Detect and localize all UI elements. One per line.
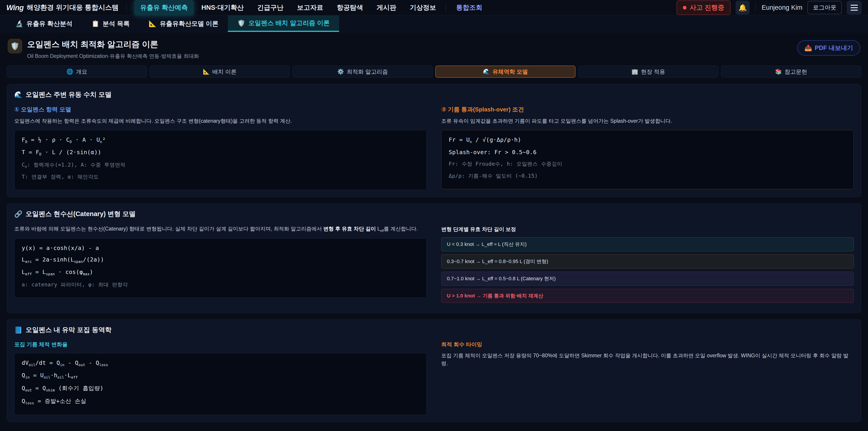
brand-logo: Wing — [6, 3, 24, 12]
correction-item-mild: 0.3~0.7 knot → L_eff = 0.8~0.95 L (경미 변형… — [441, 254, 854, 269]
formula-line: FD = ½ · ρ · CD · A · Un² — [22, 136, 419, 144]
tab-label: 유출유 확산분석 — [26, 20, 72, 28]
section-tab-field-application[interactable]: 🏢 현장 적용 — [578, 65, 718, 78]
section-tab-optimization-algorithm[interactable]: ⚙️ 최적화 알고리즘 — [292, 65, 433, 78]
section-tab-label: 배치 이론 — [213, 68, 237, 75]
topbar-right: 사고 진행중 🔔 Eunjeong Kim 로그아웃 — [677, 0, 862, 15]
tab-analysis-list[interactable]: 📋 분석 목록 — [82, 16, 139, 32]
formula-line: Qin = Uoil·hoil·Leff — [22, 372, 419, 379]
formula-line: Splash-over: Fr > 0.5~0.6 — [449, 149, 846, 155]
correction-item-severe: 0.7~1.0 knot → L_eff = 0.5~0.8 L (Catena… — [441, 272, 854, 286]
shield-icon: 🛡️ — [8, 39, 22, 53]
building-icon: 🏢 — [631, 68, 638, 75]
section-tab-label: 유체역학 모델 — [493, 68, 528, 75]
incident-badge-label: 사고 진행중 — [690, 3, 724, 12]
nav-item-aerial-search[interactable]: 항공탐색 — [331, 0, 369, 16]
splash-over-column: ② 기름 통과(Splash-over) 조건 조류 유속이 임계값을 초과하면… — [441, 101, 854, 190]
ruler-icon: 📐 — [149, 20, 156, 27]
drag-model-code-block: FD = ½ · ρ · CD · A · Un² T = FD · L / (… — [14, 130, 427, 190]
app-title: 해양환경 위기대응 통합시스템 — [27, 3, 119, 12]
section-tab-label: 개요 — [76, 68, 87, 75]
section-tab-hydrodynamics-model[interactable]: 🌊 유체역학 모델 — [435, 65, 576, 78]
divider — [755, 4, 756, 11]
wave-icon: 🌊 — [483, 68, 490, 75]
books-icon: 📚 — [775, 68, 782, 75]
gear-icon: ⚙️ — [337, 68, 344, 75]
catenary-desc: 조류와 바람에 의해 오일펜스는 현수선(Catenary) 형태로 변형됩니다… — [14, 225, 427, 233]
formula-comment: CD: 항력계수(≈1.2), A: 수중 투영면적 — [22, 161, 419, 168]
volume-rate-heading: 포집 기름 체적 변화율 — [14, 341, 427, 348]
formula-line: Qloss = 증발+소산 손실 — [22, 397, 419, 405]
pdf-export-label: PDF 내보내기 — [815, 44, 853, 52]
recovery-timing-column: 최적 회수 타이밍 포집 기름 체적이 오일펜스 저장 용량의 70~80%에 … — [441, 336, 854, 415]
user-name: Eunjeong Kim — [762, 4, 802, 11]
section-tab-deployment-theory[interactable]: 📐 배치 이론 — [150, 65, 290, 78]
nav-item-emergency-rescue[interactable]: 긴급구난 — [251, 0, 289, 16]
tab-spill-model-theory[interactable]: 📐 유출유확산모델 이론 — [139, 16, 228, 32]
tab-label: 유출유확산모델 이론 — [160, 20, 218, 28]
section-tab-overview[interactable]: 🌐 개요 — [7, 65, 147, 78]
content: 🌊 오일펜스 주변 유동 수치 모델 ① 오일펜스 항력 모델 오일펜스에 작용… — [0, 78, 868, 431]
section-title: 📘 오일펜스 내 유막 포집 동역학 — [14, 326, 854, 335]
nav-item-weather[interactable]: 기상정보 — [404, 0, 442, 16]
formula-line: y(x) = a·cosh(x/a) - a — [22, 245, 419, 251]
splash-over-desc: 조류 유속이 임계값을 초과하면 기름이 파도를 타고 오일펜스를 넘어가는 S… — [441, 117, 854, 125]
volume-rate-code-block: dVoil/dt = Qin - Qout - Qloss Qin = Uoil… — [14, 353, 427, 415]
recovery-timing-desc: 포집 기름 체적이 오일펜스 저장 용량의 70~80%에 도달하면 Skimm… — [441, 352, 854, 367]
formula-line: Fr = Un / √(g·Δρ/ρ·h) — [449, 136, 846, 144]
incident-status-badge[interactable]: 사고 진행중 — [677, 0, 731, 15]
nav-item-reports[interactable]: 보고자료 — [291, 0, 329, 16]
wave-icon: 🌊 — [14, 91, 22, 98]
drag-model-column: ① 오일펜스 항력 모델 오일펜스에 작용하는 항력은 조류속도의 제곱에 비례… — [14, 101, 427, 190]
formula-line: Larc = 2a·sinh(Lspan/(2a)) — [22, 256, 419, 264]
bell-icon: 🔔 — [739, 4, 747, 11]
nav-item-hns-air-diffusion[interactable]: HNS·대기확산 — [195, 0, 250, 16]
correction-column: 변형 단계별 유효 차단 길이 보정 U < 0.3 knot → L_eff … — [441, 220, 854, 306]
globe-icon: 🌐 — [66, 68, 73, 75]
tab-label: 분석 목록 — [103, 20, 130, 28]
topbar: Wing 해양환경 위기대응 통합시스템 유출유 확산예측 HNS·대기확산 긴… — [0, 0, 868, 16]
section-tab-references[interactable]: 📚 참고문헌 — [721, 65, 861, 78]
divider — [126, 4, 127, 11]
formula-line: T = FD · L / (2·sin(α)) — [22, 149, 419, 156]
page-subtitle: Oil Boom Deployment Optimization·유출유 확산예… — [27, 53, 199, 60]
page-tabs: 🔬 유출유 확산분석 📋 분석 목록 📐 유출유확산모델 이론 🛡️ 오일펜스 … — [0, 16, 868, 32]
logout-button[interactable]: 로그아웃 — [807, 1, 842, 14]
formula-comment: T: 연결부 장력, α: 체인각도 — [22, 173, 419, 180]
nav-item-integrated-search[interactable]: 통합조회 — [450, 0, 488, 16]
page-header: 🛡️ 오일펜스 배치 최적화 알고리즘 이론 Oil Boom Deployme… — [0, 32, 868, 62]
ruler-icon: 📐 — [203, 68, 210, 75]
formula-line: Qout = Qskim (회수기 흡입량) — [22, 384, 419, 392]
section-title: 🌊 오일펜스 주변 유동 수치 모델 — [14, 90, 854, 99]
book-icon: 📘 — [14, 326, 22, 334]
formula-comment: Δρ/ρ: 기름-해수 밀도비 (~0.15) — [449, 173, 846, 180]
formula-comment: Fr: 수정 Froude수, h: 오일펜스 수중깊이 — [449, 160, 846, 167]
section-tab-label: 최적화 알고리즘 — [347, 68, 388, 75]
correction-heading: 변형 단계별 유효 차단 길이 보정 — [441, 226, 854, 233]
tab-boom-algorithm-theory[interactable]: 🛡️ 오일펜스 배치 알고리즘 이론 — [228, 16, 339, 32]
splash-over-heading: ② 기름 통과(Splash-over) 조건 — [441, 105, 854, 114]
volume-rate-column: 포집 기름 체적 변화율 dVoil/dt = Qin - Qout - Qlo… — [14, 336, 427, 415]
correction-list: U < 0.3 knot → L_eff ≈ L (직선 유지) 0.3~0.7… — [441, 237, 854, 303]
collection-dynamics-section: 📘 오일펜스 내 유막 포집 동역학 포집 기름 체적 변화율 dVoil/dt… — [7, 319, 861, 422]
notification-bell-button[interactable]: 🔔 — [736, 1, 749, 15]
correction-item-danger: U > 1.0 knot → 기름 통과 위험·배치 재계산 — [441, 289, 854, 303]
page-title: 오일펜스 배치 최적화 알고리즘 이론 — [27, 39, 199, 50]
nav-item-spill-prediction[interactable]: 유출유 확산예측 — [134, 0, 194, 16]
export-icon: 📤 — [804, 44, 812, 52]
nav-item-board[interactable]: 게시판 — [371, 0, 402, 16]
pdf-export-button[interactable]: 📤 PDF 내보내기 — [797, 40, 860, 56]
section-tab-label: 현장 적용 — [641, 68, 665, 75]
correction-item-safe: U < 0.3 knot → L_eff ≈ L (직선 유지) — [441, 237, 854, 251]
section-title: 🔗 오일펜스 현수선(Catenary) 변형 모델 — [14, 210, 854, 219]
formula-line: Leff = Lspan · cos(φmax) — [22, 269, 419, 276]
tab-spill-diffusion-analysis[interactable]: 🔬 유출유 확산분석 — [6, 16, 82, 32]
menu-button[interactable] — [847, 1, 862, 15]
main-nav: 유출유 확산예측 HNS·대기확산 긴급구난 보고자료 항공탐색 게시판 기상정… — [134, 0, 677, 16]
drag-model-heading: ① 오일펜스 항력 모델 — [14, 105, 427, 114]
catenary-code-block: y(x) = a·cosh(x/a) - a Larc = 2a·sinh(Ls… — [14, 238, 427, 298]
catenary-formula-column: 조류와 바람에 의해 오일펜스는 현수선(Catenary) 형태로 변형됩니다… — [14, 220, 427, 306]
hamburger-icon — [850, 5, 858, 11]
flow-model-section: 🌊 오일펜스 주변 유동 수치 모델 ① 오일펜스 항력 모델 오일펜스에 작용… — [7, 84, 861, 197]
brand: Wing 해양환경 위기대응 통합시스템 — [6, 3, 119, 12]
